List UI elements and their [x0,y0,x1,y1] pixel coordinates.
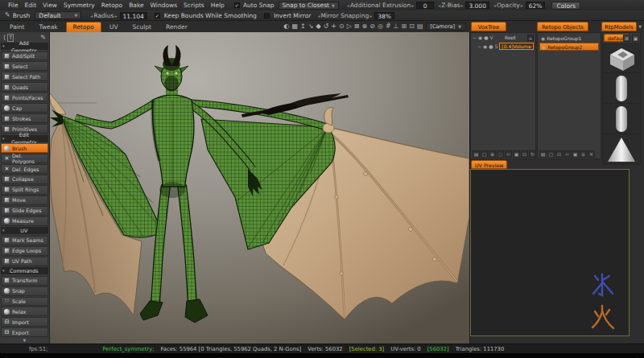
sphere-icon[interactable]: ◌ [497,150,504,158]
sidebar-item-relax[interactable]: Relax [1,307,48,316]
spinner-right-icon[interactable]: ▸ [115,13,118,19]
visibility-eye-icon[interactable]: ◉ [542,44,546,50]
sidebar-item-brush[interactable]: Brush [1,143,48,153]
sidebar-item-move[interactable]: Move [1,195,48,205]
section-header-edit-geometry[interactable]: ▾Edit Geometry [1,135,48,142]
keep-bounds-checkbox[interactable]: ✓ [155,13,160,19]
sidebar-item-import[interactable]: ⊟Import [1,317,48,327]
sidebar-item-add-split[interactable]: Add/Split [1,51,48,61]
grid-icon[interactable]: # [386,23,391,30]
shading-icon[interactable]: ◐ [283,23,289,30]
spinner-right-icon[interactable]: ▸ [369,13,372,19]
list-icon[interactable]: ▤ [539,150,547,158]
viewport-3d[interactable] [50,32,469,344]
sidebar-item-collapse[interactable]: Collapse [1,175,48,184]
corner-block-model[interactable] [603,43,640,73]
brush-preset-dropdown[interactable]: Default ▼ [35,11,81,19]
sidebar-item-export[interactable]: ⊟Export [1,327,48,337]
menu-retopo[interactable]: Retopo [98,2,126,9]
sidebar-item-select-path[interactable]: Select Path [1,72,48,81]
sidebar-item-del-edges[interactable]: ✕Del. Edges [1,164,48,174]
retopo-row-retopogroup1[interactable]: ◉RetopoGroup1 [539,34,599,42]
rotate-view-icon[interactable]: ↺ [324,23,329,30]
capsule-model[interactable] [603,73,640,104]
viewport-canvas[interactable] [50,32,469,344]
refresh-icon[interactable]: ↻ [529,150,536,158]
menu-symmetry[interactable]: Symmetry [60,2,98,9]
section-header-commands[interactable]: ▾Commands [1,267,48,274]
param-value[interactable]: 62% [526,2,546,9]
snap-mode-dropdown[interactable]: Snap to Closest ▼ [279,2,339,10]
mirror-snapping-value[interactable]: 38% [374,12,394,19]
render-dot-icon[interactable]: ● [489,43,493,49]
sidebar-collapse-arrow[interactable]: ▼ [1,338,48,344]
param-additional-extrusion[interactable]: ◂Additional Extrusion▸0 [347,2,434,9]
clear-icon[interactable]: ✕ [588,150,595,158]
delete-icon[interactable]: ▢ [481,150,488,158]
tab-render[interactable]: Render [159,23,194,32]
spinner-left-icon[interactable]: ◂ [493,2,496,8]
target-icon[interactable]: ◎ [378,23,383,30]
radius-value[interactable]: 11.104 [120,12,147,19]
duplicate-icon[interactable]: ⊡ [555,150,563,158]
layer-icon[interactable]: ▣ [572,150,579,158]
snap-view-icon[interactable]: ⊗ [362,23,368,30]
sidebar-item-scale[interactable]: ∷Scale [1,297,48,307]
tab-uv[interactable]: UV [103,23,125,32]
collapse-icon[interactable]: − [473,35,477,40]
tab-paint[interactable]: Paint [3,23,31,32]
spinner-left-icon[interactable]: ◂ [90,13,93,19]
sidebar-item-snap[interactable]: Snap [1,286,48,296]
list-icon[interactable]: ▤ [473,150,480,158]
menu-file[interactable]: File [5,2,22,9]
sidebar-item-del-polygons[interactable]: ✕Del. Polygons [1,154,48,163]
menu-windows[interactable]: Windows [147,2,180,9]
zoom-icon[interactable]: ⊙ [339,23,345,30]
add-child-button[interactable]: + [527,35,534,41]
panel-icon[interactable]: ▤ [417,23,423,30]
visibility-eye-icon[interactable]: ◉ [478,35,482,40]
drop-pivot-icon[interactable]: ↥ [300,23,306,30]
radius-param[interactable]: ◂ Radius ▸ 11.104 [90,12,147,19]
spinner-left-icon[interactable]: ◂ [317,13,320,19]
retopo-row-retopogroup2[interactable]: ◉RetopoGroup2 [539,43,599,51]
disable-icon[interactable]: ⊘ [369,23,375,30]
menu-edit[interactable]: Edit [22,2,40,9]
mirror-icon[interactable]: ⊠ [354,23,360,30]
sidebar-item-uv-path[interactable]: UV Path [1,257,48,266]
play-icon[interactable]: ▷ [347,23,352,30]
voxtree-row--0.4-volume[interactable]: −◉●S[0.4]Volume+ [471,42,535,51]
small-panel-icon[interactable]: ▣ [632,35,639,42]
add-volume-icon[interactable]: ⊕ [489,150,496,158]
section-header-add-geometry[interactable]: ▾Add Geometry [1,43,48,50]
rows-icon[interactable]: ≡ [580,150,587,158]
duplicate-icon[interactable]: ⊡ [521,150,528,158]
tab-rtpmodels[interactable]: RtpModels [601,22,637,31]
sidebar-item-transform[interactable]: Transform [1,276,48,286]
spinner-right-icon[interactable]: ▸ [460,2,463,8]
sidebar-item-points-faces[interactable]: Points/Faces [1,93,48,102]
invert-mirror-checkbox[interactable] [264,13,270,19]
pan-icon[interactable]: + [331,23,336,30]
copy-view-icon[interactable]: ⊡ [409,23,415,30]
tab-sculpt[interactable]: Sculpt [126,23,158,32]
sidebar-item-strokes[interactable]: Strokes [1,113,48,123]
spinner-right-icon[interactable]: ▸ [521,2,523,8]
layer-icon[interactable]: ▣ [513,150,520,158]
sidebar-item-split-rings[interactable]: Split Rings [1,185,48,195]
spinner-left-icon[interactable]: ◂ [347,2,349,8]
tab-voxtree[interactable]: VoxTree [471,22,506,31]
tab-retopo-objects[interactable]: Retopo Objects [537,22,588,31]
spinner-left-icon[interactable]: ◂ [438,2,440,8]
chevron-down-icon[interactable]: ▼ [638,24,642,29]
mirror-snapping-param[interactable]: ◂ Mirror Snapping ▸ 38% [317,12,394,19]
visibility-eye-icon[interactable]: ◉ [541,35,545,41]
merge-icon[interactable]: ⇦ [564,150,571,158]
sidebar-item-cap[interactable]: Cap [1,103,48,113]
colors-button[interactable]: Colors [551,2,580,10]
sidebar-item-select[interactable]: Select [1,61,48,71]
collapse-icon[interactable]: − [477,43,481,49]
sidebar-item-mark-seams[interactable]: Mark Seams [1,236,48,245]
background-icon[interactable]: ▦ [291,23,298,30]
menu-help[interactable]: Help [208,2,228,9]
